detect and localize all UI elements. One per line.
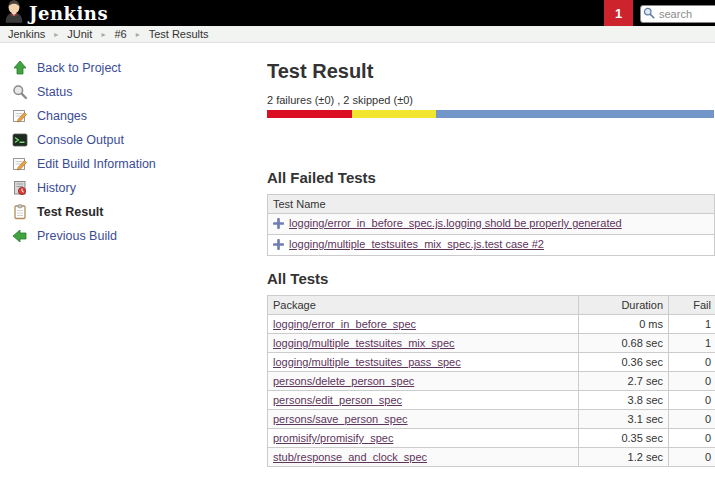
table-row: persons/edit_person_spec 3.8 sec 0 <box>268 391 715 410</box>
sidebar-label: Previous Build <box>37 229 117 243</box>
result-bar <box>267 110 714 118</box>
fail-count-cell: 0 <box>669 448 715 467</box>
edit-document-icon <box>12 156 28 172</box>
failed-tests-column-header: Test Name <box>268 195 715 214</box>
breadcrumb-arrow-icon: ▸ <box>101 30 105 39</box>
clipboard-icon <box>12 204 28 220</box>
breadcrumb-arrow-icon: ▸ <box>136 30 140 39</box>
magnifier-icon <box>12 84 28 100</box>
jenkins-page: Jenkins 1 Jenkins ▸ JUnit ▸ #6 ▸ Test Re… <box>0 0 715 480</box>
sidebar: Back to Project Status Changes <box>0 44 256 248</box>
left-arrow-icon <box>12 228 28 244</box>
fail-count-cell: 1 <box>669 315 715 334</box>
sidebar-item-back-to-project[interactable]: Back to Project <box>12 56 256 80</box>
package-link[interactable]: logging/error_in_before_spec <box>273 318 416 330</box>
table-row: logging/multiple_testsuites_mix_spec 0.6… <box>268 334 715 353</box>
sidebar-item-console-output[interactable]: Console Output <box>12 128 256 152</box>
package-link[interactable]: persons/delete_person_spec <box>273 375 414 387</box>
sidebar-item-previous-build[interactable]: Previous Build <box>12 224 256 248</box>
duration-cell: 3.8 sec <box>579 391 669 410</box>
table-row: persons/save_person_spec 3.1 sec 0 <box>268 410 715 429</box>
fail-count-cell: 1 <box>669 334 715 353</box>
sidebar-label: Back to Project <box>37 61 121 75</box>
terminal-icon <box>12 132 28 148</box>
top-bar: Jenkins 1 <box>0 0 715 26</box>
sidebar-item-status[interactable]: Status <box>12 80 256 104</box>
table-row: logging/error_in_before_spec 0 ms 1 <box>268 315 715 334</box>
failed-tests-heading: All Failed Tests <box>267 169 715 186</box>
duration-cell: 2.7 sec <box>579 372 669 391</box>
result-bar-segment-skipped <box>352 110 436 118</box>
expand-plus-icon[interactable] <box>273 239 284 252</box>
column-header-package: Package <box>268 296 579 315</box>
jenkins-home-link[interactable]: Jenkins <box>0 0 108 27</box>
package-link[interactable]: persons/save_person_spec <box>273 413 408 425</box>
breadcrumb-junit[interactable]: JUnit <box>67 28 92 40</box>
expand-plus-icon[interactable] <box>273 218 284 231</box>
duration-cell: 0.35 sec <box>579 429 669 448</box>
all-tests-table: Package Duration Fail (diff) logging/err… <box>267 295 715 467</box>
breadcrumb-jenkins[interactable]: Jenkins <box>8 28 45 40</box>
sidebar-label: Changes <box>37 109 87 123</box>
column-header-fail: Fail <box>669 296 715 315</box>
main-content: Test Result 2 failures (±0) , 2 skipped … <box>267 43 715 480</box>
alert-count-badge[interactable]: 1 <box>604 0 633 26</box>
table-row: logging/multiple_testsuites_mix_spec.js.… <box>268 235 715 256</box>
duration-cell: 0.68 sec <box>579 334 669 353</box>
history-icon <box>12 180 28 196</box>
duration-cell: 0 ms <box>579 315 669 334</box>
failed-tests-table: Test Name logging/error_in_before_spec.j… <box>267 194 715 256</box>
sidebar-label: History <box>37 181 76 195</box>
sidebar-label: Status <box>37 85 72 99</box>
table-row: promisify/promisify_spec 0.35 sec 0 <box>268 429 715 448</box>
result-bar-segment-passed <box>436 110 714 118</box>
package-link[interactable]: stub/response_and_clock_spec <box>273 451 427 463</box>
sidebar-label: Edit Build Information <box>37 157 156 171</box>
duration-cell: 3.1 sec <box>579 410 669 429</box>
search-icon <box>643 7 655 19</box>
edit-document-icon <box>12 108 28 124</box>
failed-test-link[interactable]: logging/error_in_before_spec.js.logging … <box>289 217 622 229</box>
brand-title: Jenkins <box>29 3 108 24</box>
fail-count-cell: 0 <box>669 353 715 372</box>
up-arrow-icon <box>12 60 28 76</box>
sidebar-item-edit-build-information[interactable]: Edit Build Information <box>12 152 256 176</box>
package-link[interactable]: persons/edit_person_spec <box>273 394 402 406</box>
breadcrumb: Jenkins ▸ JUnit ▸ #6 ▸ Test Results <box>0 26 715 43</box>
package-link[interactable]: logging/multiple_testsuites_mix_spec <box>273 337 455 349</box>
table-row: stub/response_and_clock_spec 1.2 sec 0 <box>268 448 715 467</box>
sidebar-item-changes[interactable]: Changes <box>12 104 256 128</box>
breadcrumb-test-results[interactable]: Test Results <box>149 28 209 40</box>
failed-test-link[interactable]: logging/multiple_testsuites_mix_spec.js.… <box>289 238 544 250</box>
fail-count-cell: 0 <box>669 410 715 429</box>
breadcrumb-build-6[interactable]: #6 <box>114 28 126 40</box>
sidebar-item-history[interactable]: History <box>12 176 256 200</box>
fail-count-cell: 0 <box>669 429 715 448</box>
table-row: logging/multiple_testsuites_pass_spec 0.… <box>268 353 715 372</box>
table-row: persons/delete_person_spec 2.7 sec 0 <box>268 372 715 391</box>
sidebar-label: Test Result <box>37 205 103 219</box>
result-bar-segment-failed <box>267 110 352 118</box>
column-header-duration: Duration <box>579 296 669 315</box>
search-box <box>640 4 715 22</box>
page-title: Test Result <box>267 60 715 83</box>
package-link[interactable]: promisify/promisify_spec <box>273 432 393 444</box>
fail-count-cell: 0 <box>669 391 715 410</box>
duration-cell: 1.2 sec <box>579 448 669 467</box>
package-link[interactable]: logging/multiple_testsuites_pass_spec <box>273 356 461 368</box>
breadcrumb-arrow-icon: ▸ <box>54 30 58 39</box>
fail-count-cell: 0 <box>669 372 715 391</box>
jenkins-butler-icon <box>4 0 24 27</box>
all-tests-heading: All Tests <box>267 270 715 287</box>
result-summary: 2 failures (±0) , 2 skipped (±0) <box>267 94 715 106</box>
sidebar-item-test-result[interactable]: Test Result <box>12 200 256 224</box>
sidebar-label: Console Output <box>37 133 124 147</box>
duration-cell: 0.36 sec <box>579 353 669 372</box>
table-row: logging/error_in_before_spec.js.logging … <box>268 214 715 235</box>
